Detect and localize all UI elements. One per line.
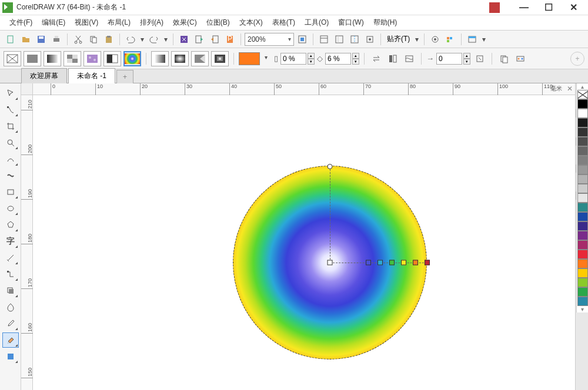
palette-swatch[interactable] [577,250,588,259]
palette-scroll-up[interactable]: ▴ [577,83,588,90]
app-launcher-button[interactable] [443,32,457,46]
gradient-center-handle[interactable] [328,260,333,265]
show-grid-button[interactable] [332,32,346,46]
zoom-tool[interactable] [2,135,19,150]
menu-window[interactable]: 窗口(W) [333,16,368,29]
spin-down[interactable]: ▾ [308,59,315,65]
spin-up[interactable]: ▴ [308,53,315,59]
search-content-button[interactable] [177,32,191,46]
text-tool[interactable]: 字 [2,234,19,249]
close-button[interactable]: ✕ [564,2,582,13]
postscript-fill-button[interactable] [103,51,121,66]
paste-button[interactable] [102,32,116,46]
spin-up[interactable]: ▴ [463,53,470,59]
reverse-fill-button[interactable] [369,52,383,66]
menu-table[interactable]: 表格(T) [268,16,300,29]
polygon-tool[interactable] [2,217,19,233]
palette-swatch[interactable] [577,193,588,203]
palette-swatch[interactable] [577,137,588,146]
menu-arrange[interactable]: 排列(A) [135,16,168,29]
cut-button[interactable] [71,32,85,46]
layout-dropdown[interactable]: ▾ [480,32,487,46]
gradient-node-5[interactable] [413,260,418,265]
ellipse-tool[interactable] [2,201,19,216]
interactive-fill-button[interactable] [123,51,141,66]
palette-swatch[interactable] [577,118,588,127]
transparency-field[interactable] [280,53,306,65]
uniform-fill-button[interactable] [24,51,41,66]
palette-scroll-down[interactable]: ▾ [577,306,588,312]
export-button[interactable] [208,32,222,46]
node-transparency-input[interactable]: ▯ ▴▾ [274,53,315,65]
position-field[interactable] [325,53,351,65]
square-gradient-button[interactable] [211,51,229,66]
freehand-tool[interactable] [2,152,19,167]
free-scale-button[interactable] [473,52,487,66]
palette-swatch[interactable] [577,278,588,287]
print-button[interactable] [49,32,64,46]
pattern-fill-button[interactable] [64,51,81,66]
snap-dropdown[interactable]: ▾ [413,32,420,46]
spin-down[interactable]: ▾ [463,59,470,65]
edit-fill-button[interactable] [513,52,527,66]
open-button[interactable] [19,32,33,46]
show-rulers-button[interactable] [317,32,331,46]
undo-dropdown[interactable]: ▾ [139,32,146,46]
crop-tool[interactable] [2,119,19,134]
copy-fill-button[interactable] [497,52,511,66]
palette-swatch[interactable] [577,268,588,278]
no-color-swatch[interactable] [577,90,588,99]
palette-swatch[interactable] [577,297,588,306]
parallel-dimension-tool[interactable] [2,250,19,265]
no-fill-button[interactable] [4,51,21,66]
ruler-origin[interactable] [21,83,33,95]
gradient-start-handle[interactable] [328,164,333,169]
pick-tool[interactable] [2,86,19,101]
palette-swatch[interactable] [577,240,588,250]
menu-file[interactable]: 文件(F) [5,16,37,29]
palette-swatch[interactable] [577,259,588,268]
new-doc-button[interactable] [4,32,18,46]
connector-tool[interactable] [2,267,19,282]
maximize-button[interactable]: ☐ [540,2,557,13]
palette-swatch[interactable] [577,156,588,165]
user-icon[interactable] [489,2,500,13]
full-screen-button[interactable] [295,32,309,46]
publish-pdf-button[interactable]: P [223,32,237,46]
menu-bitmap[interactable]: 位图(B) [202,16,235,29]
interactive-fill-tool[interactable] [2,332,19,348]
menu-view[interactable]: 视图(V) [70,16,103,29]
spin-up[interactable]: ▴ [352,53,359,59]
options-button[interactable] [428,32,442,46]
fountain-fill-button[interactable] [44,51,61,66]
palette-swatch[interactable] [577,184,588,193]
undo-button[interactable] [123,32,138,46]
shape-tool[interactable] [2,102,19,117]
snap-label[interactable]: 贴齐(T) [385,34,412,44]
palette-swatch[interactable] [577,221,588,231]
gradient-node-3[interactable] [389,260,395,265]
palette-swatch[interactable] [577,146,588,156]
window-layout-button[interactable] [465,32,479,46]
horizontal-ruler[interactable]: 毫米 ✕ 0102030405060708090100110 [33,83,575,95]
menu-help[interactable]: 帮助(H) [369,16,402,29]
palette-swatch[interactable] [577,203,588,212]
acceleration-input[interactable]: → ▴▾ [426,53,470,65]
spin-down[interactable]: ▾ [352,59,359,65]
tab-new[interactable]: + [116,70,133,83]
drawing-canvas[interactable] [33,95,575,390]
vertical-ruler[interactable]: 210200190180170160150 [21,95,33,390]
accel-field[interactable] [436,53,462,65]
drop-shadow-tool[interactable] [2,283,19,298]
gradient-node-4[interactable] [401,260,406,265]
palette-swatch[interactable] [577,109,588,118]
linear-gradient-button[interactable] [151,51,169,66]
selected-ellipse-shape[interactable] [233,166,427,359]
rectangle-tool[interactable] [2,184,19,200]
add-preset-button[interactable]: + [570,52,584,66]
palette-swatch[interactable] [577,212,588,221]
minimize-button[interactable]: — [515,2,533,13]
ruler-close-icon[interactable]: ✕ [567,85,573,93]
smooth-button[interactable] [402,52,416,66]
color-eyedropper-tool[interactable] [2,316,19,331]
